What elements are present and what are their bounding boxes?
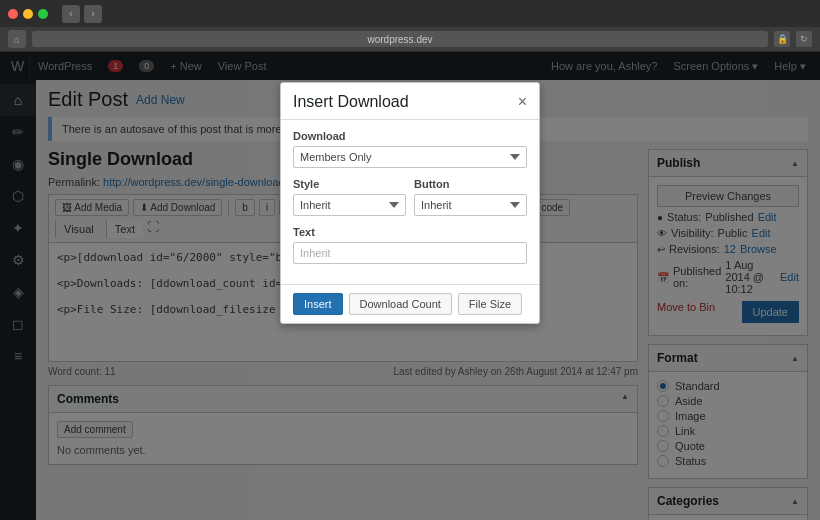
browser-chrome: ‹ › ⌂ wordpress.dev 🔒 ↻ bbox=[0, 0, 820, 52]
modal-header: Insert Download × bbox=[281, 83, 539, 120]
insert-button[interactable]: Insert bbox=[293, 293, 343, 315]
refresh-icon[interactable]: ↻ bbox=[796, 31, 812, 47]
modal-close-button[interactable]: × bbox=[518, 94, 527, 110]
button-select[interactable]: InheritDefaultPrimary bbox=[414, 194, 527, 216]
style-select[interactable]: InheritButtonText bbox=[293, 194, 406, 216]
close-dot[interactable] bbox=[8, 9, 18, 19]
url-text: wordpress.dev bbox=[367, 34, 432, 45]
browser-icons: 🔒 ↻ bbox=[774, 31, 812, 47]
browser-dots bbox=[8, 9, 48, 19]
minimize-dot[interactable] bbox=[23, 9, 33, 19]
maximize-dot[interactable] bbox=[38, 9, 48, 19]
style-field-col: Style InheritButtonText bbox=[293, 178, 406, 216]
back-button[interactable]: ‹ bbox=[62, 5, 80, 23]
style-label: Style bbox=[293, 178, 406, 190]
text-label: Text bbox=[293, 226, 527, 238]
url-bar[interactable]: wordpress.dev bbox=[32, 31, 768, 47]
browser-toolbar: ⌂ wordpress.dev 🔒 ↻ bbox=[0, 27, 820, 51]
text-input[interactable] bbox=[293, 242, 527, 264]
style-button-row: Style InheritButtonText Button InheritDe… bbox=[293, 178, 527, 216]
browser-tab-bar: ‹ › bbox=[0, 0, 820, 27]
modal-footer: Insert Download Count File Size bbox=[281, 284, 539, 323]
browser-nav: ‹ › bbox=[62, 5, 102, 23]
modal-body: Download Members OnlyOption 2Option 3 St… bbox=[281, 120, 539, 284]
lock-icon: 🔒 bbox=[774, 31, 790, 47]
forward-button[interactable]: › bbox=[84, 5, 102, 23]
text-field-group: Text bbox=[293, 226, 527, 264]
download-select[interactable]: Members OnlyOption 2Option 3 bbox=[293, 146, 527, 168]
button-label: Button bbox=[414, 178, 527, 190]
button-field-col: Button InheritDefaultPrimary bbox=[414, 178, 527, 216]
download-label: Download bbox=[293, 130, 527, 142]
modal-overlay: Insert Download × Download Members OnlyO… bbox=[0, 52, 820, 520]
download-count-button[interactable]: Download Count bbox=[349, 293, 452, 315]
file-size-button[interactable]: File Size bbox=[458, 293, 522, 315]
insert-download-modal: Insert Download × Download Members OnlyO… bbox=[280, 82, 540, 324]
modal-title: Insert Download bbox=[293, 93, 409, 111]
home-button[interactable]: ⌂ bbox=[8, 30, 26, 48]
download-field-group: Download Members OnlyOption 2Option 3 bbox=[293, 130, 527, 168]
